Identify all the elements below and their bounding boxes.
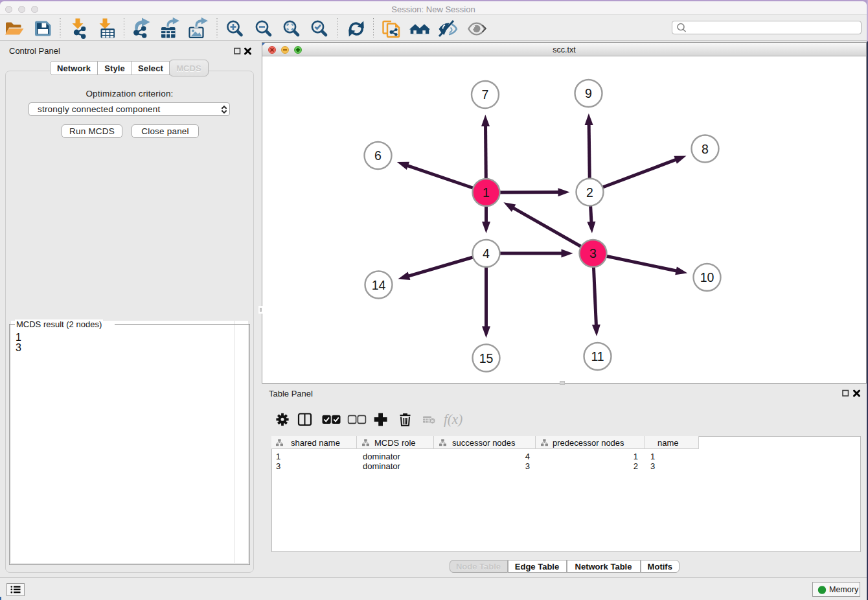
svg-text:11: 11 [591, 349, 604, 363]
svg-text:7: 7 [482, 87, 489, 102]
svg-text:4: 4 [483, 246, 490, 260]
svg-text:f(x): f(x) [444, 411, 463, 427]
svg-text:9: 9 [585, 86, 592, 100]
svg-text:8: 8 [702, 142, 709, 156]
svg-text:3: 3 [589, 246, 597, 260]
svg-text:1: 1 [483, 185, 490, 200]
svg-text:14: 14 [372, 278, 386, 292]
svg-text:2: 2 [586, 185, 593, 200]
svg-text:6: 6 [374, 148, 382, 163]
svg-text:10: 10 [700, 270, 714, 284]
svg-text:15: 15 [479, 351, 494, 365]
